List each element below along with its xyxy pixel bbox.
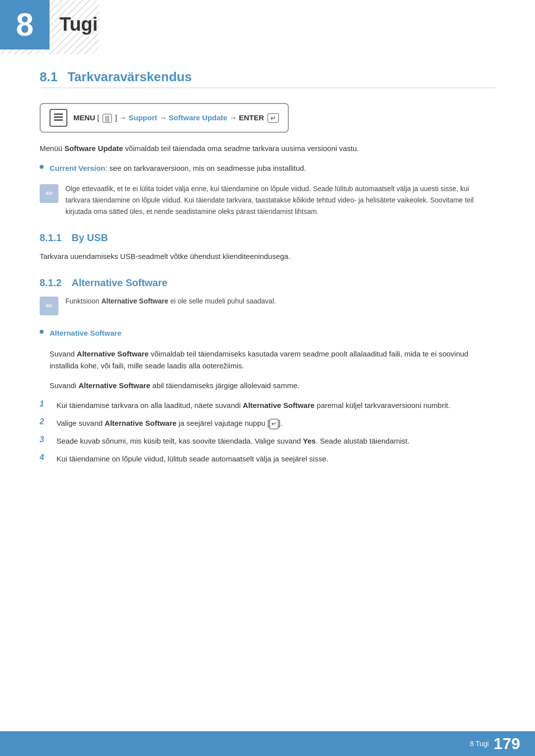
alt-software-sub-content: Suvand Alternative Software võimaldab te… (50, 348, 495, 392)
ordered-steps: 1 Kui täiendamise tarkvara on alla laadi… (40, 400, 495, 465)
bullet-item-current-version: Current Version: see on tarkvaraversioon… (40, 162, 495, 174)
step-1: 1 Kui täiendamise tarkvara on alla laadi… (40, 400, 495, 411)
section-8-1-1-number: 8.1.1 (40, 232, 61, 243)
menu-path-text: MENU [ ||| ] → Support → Software Update… (73, 113, 279, 123)
main-content: 8.1Tarkvaravärskendus MENU [ ||| ] → Sup… (0, 54, 535, 512)
footer-label: 8 Tugi (470, 740, 488, 748)
step-4-text: Kui täiendamine on lõpule viidud, lülitu… (56, 453, 328, 465)
arrow3: → (229, 113, 239, 122)
pencil-icon: ✏ (46, 188, 53, 199)
chapter-number: 8 (16, 6, 34, 43)
bullet-list-8-1: Current Version: see on tarkvaraversioon… (40, 162, 495, 174)
arrow1: → (119, 113, 129, 122)
software-update-link: Software Update (169, 113, 227, 122)
section-8-1-1-title: By USB (71, 232, 107, 243)
step-3-text: Seade kuvab sõnumi, mis küsib teilt, kas… (56, 435, 410, 447)
svg-rect-2 (54, 119, 63, 121)
step-1-num: 1 (40, 400, 52, 408)
section-8-1-1-heading: 8.1.1By USB (40, 232, 495, 244)
section-8-1-2-heading: 8.1.2Alternative Software (40, 277, 495, 289)
alt-soft-bold-2: Alternative Software (78, 381, 150, 390)
step-4: 4 Kui täiendamine on lõpule viidud, lüli… (40, 453, 495, 465)
menu-icon-label (53, 112, 64, 124)
bullet-dot (40, 165, 44, 169)
step-2-num: 2 (40, 417, 52, 426)
alt-software-note-bold: Alternative Software (101, 297, 168, 305)
section-8-1-number: 8.1 (40, 69, 57, 84)
note-icon-8-1-2: ✏ (40, 297, 58, 315)
menu-icon (50, 109, 67, 127)
alt-software-desc1: Suvand Alternative Software võimaldab te… (50, 348, 495, 372)
chapter-title: Tugi (59, 14, 98, 35)
step2-enter-icon: ↵ (269, 419, 278, 429)
alt-software-label: Alternative Software (50, 327, 121, 339)
note-box-8-1: ✏ Olge ettevaatlik, et te ei lülita toid… (40, 183, 495, 217)
section-8-1-2-title: Alternative Software (71, 277, 167, 288)
step-3-num: 3 (40, 435, 52, 444)
page-header: 8 Tugi (0, 0, 535, 54)
note-icon: ✏ (40, 184, 58, 203)
footer-page-number: 179 (494, 735, 520, 753)
bullet-dot-alt (40, 330, 44, 334)
step-2-text: Valige suvand Alternative Software ja se… (56, 417, 282, 429)
menu-path-box: MENU [ ||| ] → Support → Software Update… (40, 103, 289, 133)
note-text-8-1-2: Funktsioon Alternative Software ei ole s… (65, 296, 276, 307)
page-footer: 8 Tugi 179 (0, 731, 535, 756)
chapter-box: 8 (0, 0, 50, 50)
step3-yes-bold: Yes (303, 437, 316, 445)
menu-label: MENU (73, 113, 95, 122)
arrow2: → (159, 113, 168, 122)
alt-soft-bold-1: Alternative Software (77, 350, 149, 358)
section-8-1-description: Menüü Software Update võimaldab teil täi… (40, 143, 495, 154)
note-text-8-1: Olge ettevaatlik, et te ei lülita toidet… (65, 183, 495, 217)
enter-icon: ↵ (268, 113, 279, 123)
section-8-1-1-description: Tarkvara uuendamiseks USB-seadmelt võtke… (40, 251, 495, 262)
enter-label: ENTER (239, 113, 264, 122)
step-2: 2 Valige suvand Alternative Software ja … (40, 417, 495, 429)
menu-svg-icon (53, 112, 64, 123)
svg-rect-1 (54, 116, 63, 118)
alt-software-desc2: Suvandi Alternative Software abil täiend… (50, 380, 495, 392)
section-8-1-heading: 8.1Tarkvaravärskendus (40, 69, 495, 88)
section-8-1-title: Tarkvaravärskendus (67, 69, 192, 84)
current-version-bold: Current Version (50, 164, 106, 172)
menu-bracket-icon: ||| (103, 114, 112, 123)
bracket-open: [ (97, 113, 99, 122)
bracket-close: ] (115, 113, 117, 122)
svg-rect-0 (54, 113, 63, 115)
current-version-text: : see on tarkvaraversioon, mis on seadme… (106, 164, 306, 172)
bullet-item-alt-software: Alternative Software (40, 327, 495, 339)
bullet-list-alt-software: Alternative Software (40, 327, 495, 339)
section-8-1-2-number: 8.1.2 (40, 277, 61, 288)
step2-alt-bold: Alternative Software (105, 419, 176, 427)
step-3: 3 Seade kuvab sõnumi, mis küsib teilt, k… (40, 435, 495, 447)
bullet-text-current-version: Current Version: see on tarkvaraversioon… (50, 162, 306, 174)
note-box-8-1-2: ✏ Funktsioon Alternative Software ei ole… (40, 296, 495, 315)
step-4-num: 4 (40, 453, 52, 462)
software-update-bold: Software Update (64, 144, 123, 152)
step-1-text: Kui täiendamise tarkvara on alla laaditu… (56, 400, 450, 411)
support-link: Support (129, 113, 158, 122)
pencil-icon-2: ✏ (46, 301, 53, 311)
step1-alt-bold: Alternative Software (243, 401, 315, 409)
